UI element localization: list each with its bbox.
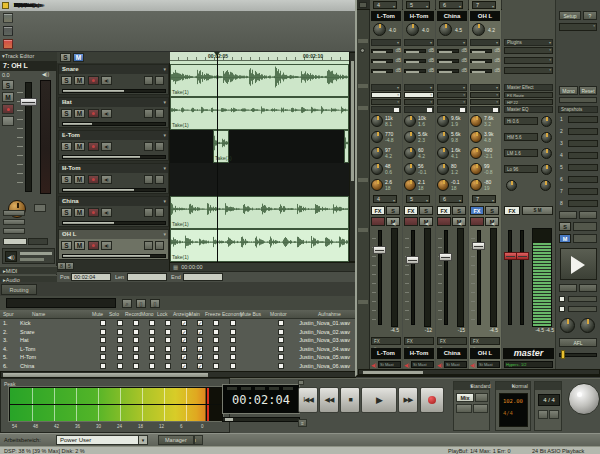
phones-knob[interactable] — [580, 318, 595, 333]
eq-knob[interactable] — [371, 115, 383, 127]
track-lane-h-tom[interactable] — [170, 163, 349, 196]
solo-button[interactable]: S — [60, 53, 71, 62]
toolbar-icon[interactable] — [3, 13, 13, 23]
aux-slider[interactable] — [437, 69, 459, 73]
master-width-knob[interactable] — [540, 180, 551, 191]
aux-send[interactable]: dB — [470, 67, 500, 75]
checkbox[interactable] — [149, 346, 155, 352]
mute-button[interactable]: M — [74, 109, 85, 118]
aux-send[interactable]: dB — [437, 57, 467, 65]
eq-knob[interactable] — [371, 163, 383, 175]
mixer-menu-icon[interactable] — [359, 2, 367, 8]
pan-mode-button[interactable] — [34, 204, 46, 212]
channel-number-dropdown[interactable]: 5▾ — [406, 1, 430, 9]
routing-number[interactable]: 6▾ — [439, 195, 463, 203]
snapshot-row[interactable]: 7 — [558, 186, 598, 198]
checkbox[interactable] — [117, 329, 123, 335]
checkbox[interactable]: ✓ — [181, 363, 187, 369]
plugins-header[interactable]: Plugins▾ — [504, 39, 553, 46]
track-lane-snare[interactable]: Take(1) — [170, 64, 349, 97]
eq-section-header[interactable] — [470, 106, 500, 113]
aux-send[interactable]: dB — [404, 47, 434, 55]
speaker-icon[interactable]: ◀) — [101, 142, 112, 151]
eq-knob[interactable] — [371, 147, 383, 159]
output-device[interactable]: St Mast — [444, 361, 467, 368]
mute-button[interactable]: M — [74, 76, 85, 85]
checkbox[interactable] — [100, 346, 106, 352]
checkbox[interactable]: ✓ — [181, 354, 187, 360]
aux-send[interactable]: dB — [437, 67, 467, 75]
speaker-icon[interactable]: ◀) — [101, 208, 112, 217]
time-display[interactable]: 00:02:04 — [222, 384, 300, 414]
mono-button[interactable]: Mono — [559, 86, 578, 95]
master-fader-right-track[interactable] — [520, 230, 524, 325]
channel-fader-track[interactable] — [378, 230, 382, 325]
solo-button[interactable]: S — [419, 206, 433, 215]
snapshot-slot[interactable] — [568, 116, 598, 123]
eq-knob[interactable] — [470, 115, 482, 127]
channel-number-dropdown[interactable]: 7▾ — [472, 1, 496, 9]
mixer-scrollbar[interactable] — [358, 369, 600, 375]
table-row[interactable]: 5.H-Tom✓✓Justin_Nova_05.wav — [0, 353, 356, 362]
global-mute-button[interactable]: M — [559, 234, 571, 243]
record-button[interactable] — [88, 175, 99, 184]
jog-wheel[interactable] — [568, 383, 600, 415]
channel-fader-track[interactable] — [411, 230, 415, 325]
eq-knob[interactable] — [404, 115, 416, 127]
pan-knob[interactable] — [437, 179, 449, 191]
len-field[interactable] — [127, 273, 167, 281]
checkbox[interactable] — [100, 320, 106, 326]
fx-dropdown[interactable]: FX▾ — [404, 337, 434, 345]
speaker-icon[interactable]: ◀) — [101, 175, 112, 184]
track-lane-china[interactable]: Take(1) — [170, 196, 349, 229]
lock-button[interactable] — [144, 241, 153, 250]
checkbox[interactable] — [149, 354, 155, 360]
col-header-mono[interactable]: Mono — [141, 311, 154, 317]
table-row[interactable]: 3.Hat✓✓Justin_Nova_03.wav — [0, 336, 356, 345]
lock-button[interactable] — [144, 208, 153, 217]
lock-button[interactable] — [144, 109, 153, 118]
checkbox[interactable] — [100, 329, 106, 335]
master-eq-header[interactable]: Master EQ — [504, 106, 553, 113]
snapshot-slot[interactable] — [568, 200, 598, 207]
inserts-section-header[interactable]: ▾ — [437, 84, 467, 91]
chevron-down-icon[interactable]: ▾ — [163, 165, 166, 171]
eq-knob[interactable] — [470, 131, 482, 143]
table-row[interactable]: 4.L-Tom✓✓Justin_Nova_04.wav — [0, 345, 356, 354]
aux-send[interactable]: dB — [404, 67, 434, 75]
document-arrow-icon[interactable]: ▯ — [150, 299, 160, 308]
volume-slider[interactable] — [62, 254, 166, 258]
record-button[interactable] — [420, 387, 444, 413]
solo-button[interactable]: S — [61, 109, 72, 118]
gain-knob[interactable] — [373, 23, 386, 36]
col-header-mutebus[interactable]: Mute Bus — [240, 311, 261, 317]
checkbox[interactable] — [133, 329, 139, 335]
help-button[interactable]: ? — [583, 11, 597, 20]
inserts-section-header[interactable]: ▾ — [404, 84, 434, 91]
col-header-spur[interactable]: Spur — [3, 311, 14, 317]
snapshot-row[interactable]: 1 — [558, 114, 598, 126]
aux-slider[interactable] — [437, 59, 459, 63]
insert-slot[interactable]: ▾ — [371, 99, 401, 105]
editor-mute-button[interactable]: M — [2, 92, 14, 102]
editor-tab-advanced[interactable] — [28, 238, 48, 245]
option-checkbox[interactable] — [559, 306, 565, 312]
eq-knob[interactable] — [437, 115, 449, 127]
checkbox[interactable]: ✓ — [197, 337, 203, 343]
editor-solo-button[interactable]: S — [2, 80, 14, 90]
solo-button[interactable]: S — [61, 142, 72, 151]
aux-slider[interactable] — [371, 49, 393, 53]
sig-minus-button[interactable] — [538, 410, 548, 419]
checkbox[interactable] — [117, 320, 123, 326]
checkbox[interactable]: ✓ — [197, 329, 203, 335]
checkbox[interactable]: ✓ — [181, 346, 187, 352]
mute-button[interactable]: M — [74, 175, 85, 184]
solo-button[interactable]: S — [61, 208, 72, 217]
rewind-button[interactable]: ◀◀ — [319, 387, 339, 413]
aux-slider[interactable] — [470, 69, 492, 73]
plugin-slot[interactable]: ▾ — [504, 47, 553, 54]
mix-play-button[interactable] — [560, 248, 597, 280]
eq-knob[interactable] — [437, 131, 449, 143]
menu-hilfe[interactable]: Hilfe — [14, 0, 25, 11]
audio-clip[interactable]: Take(1) — [170, 196, 349, 229]
